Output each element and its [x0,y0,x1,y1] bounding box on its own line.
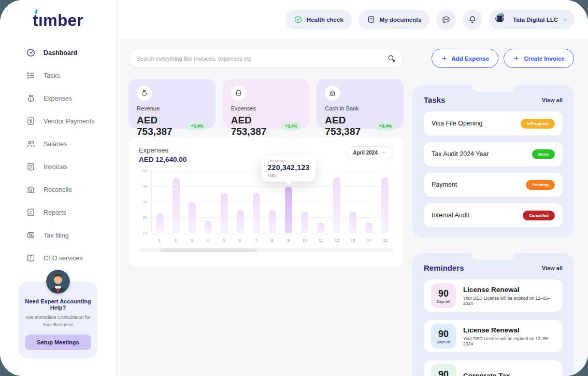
reminders-title: Reminders [424,263,464,272]
stat-delta-badge: +3.4% [376,122,395,130]
tooltip-label: This Month [267,159,309,163]
money-bag-icon [26,93,36,103]
chart-bar[interactable] [221,193,228,233]
chart-bar[interactable] [381,177,389,233]
bank-icon [26,185,36,194]
reminder-days-unit: Days left [437,300,450,303]
reminder-row[interactable]: 90 Days left Corporate Tax [424,360,563,376]
notifications-button[interactable] [463,10,482,30]
task-status-badge: Pending [526,180,555,190]
chart-scrollbar [139,248,393,252]
chart-bar[interactable] [253,193,260,233]
chart-bar[interactable] [156,213,164,233]
stat-card-expenses[interactable]: Expenses AED 753,387 +3.4% [223,79,310,129]
chat-bubble-icon [441,15,451,24]
chart-bar[interactable] [285,187,292,233]
task-row[interactable]: Payment Pending [424,173,563,197]
sidebar-item-label: Tasks [44,72,60,79]
sidebar: tımber Dashboard Tasks Expenses Vendor P… [0,0,117,376]
chart-bar[interactable] [365,222,372,233]
receipt-icon [231,86,246,101]
setup-meetings-button[interactable]: Setup Meetings [25,335,91,350]
my-documents-button[interactable]: My documents [358,10,430,30]
sidebar-item-invoices[interactable]: Invoices [26,158,116,176]
chevron-down-icon [382,150,386,155]
chart-scrollbar-thumb[interactable] [161,248,257,252]
create-invoice-button[interactable]: Create Invoice [504,49,574,68]
reminder-row[interactable]: 90 Days left License Renewal Your DED Li… [424,320,563,352]
chart-bar[interactable] [205,221,212,233]
search-input[interactable] [136,55,387,62]
tooltip-value: 220,342,123 [267,163,309,172]
sidebar-item-label: Reconcile [44,186,72,193]
add-expense-button[interactable]: Add Expense [432,49,499,68]
reminder-days-unit: Days left [437,340,450,344]
sidebar-item-label: Reports [44,209,66,216]
tasks-panel: Tasks View all Visa File Opening InProgr… [412,85,574,238]
sidebar-item-cfo-services[interactable]: CFO services [26,249,116,267]
sidebar-item-reports[interactable]: Reports [26,203,116,221]
sidebar-item-salaries[interactable]: Salaries [26,135,116,153]
dollar-receipt-icon [26,116,36,126]
task-row[interactable]: Visa File Opening InProgress [424,112,563,135]
chart-tooltip: This Month 220,342,123 May [261,156,315,182]
left-column: Revenue AED 753,387 +3.4% Expenses [128,79,404,267]
reminder-row[interactable]: 90 Days left License Renewal Your DED Li… [424,280,563,312]
sidebar-item-label: CFO services [44,255,83,262]
task-label: Internal Audit [432,212,469,219]
reminder-title: License Renewal [463,286,555,294]
task-row[interactable]: Tax Audit 2024 Year Done [424,142,563,166]
tax-percent-icon [26,230,36,240]
reminder-description: Your DED License will be expired on 12–0… [463,296,555,306]
task-row[interactable]: Internal Audit Cancelled [424,203,563,227]
reminders-view-all-link[interactable]: View all [542,265,563,271]
sidebar-item-tax-filing[interactable]: Tax filing [26,226,116,244]
reminder-days: 90 [438,369,449,376]
chart-bar[interactable] [237,210,244,233]
main-area: Health check My documents Tata Digital L [117,0,588,376]
reminder-days-box: 90 Days left [431,364,456,376]
sidebar-item-expenses[interactable]: Expenses [26,89,116,107]
task-status-badge: Cancelled [523,211,555,220]
stat-card-cash-in-bank[interactable]: Cash in Bank AED 753,387 +3.4% [317,79,404,129]
sidebar-item-label: Invoices [44,163,67,171]
consultant-avatar [46,270,70,294]
sidebar-item-vendor-payments[interactable]: Vendor Payments [26,112,116,130]
search-icon[interactable] [387,54,396,63]
chart-bar[interactable] [349,212,356,233]
check-circle-icon [294,15,303,24]
reminder-days: 90 [438,329,449,340]
stat-card-revenue[interactable]: Revenue AED 753,387 +3.4% [128,79,216,129]
company-selector[interactable]: Tata Digital LLC [489,10,575,30]
chevron-down-icon [562,17,568,23]
period-dropdown[interactable]: April 2024 [346,146,393,159]
chart-bar[interactable] [301,212,308,233]
chart-bar[interactable] [333,177,340,233]
stat-delta-badge: +3.4% [281,122,301,130]
bar-chart: 5K 4K 3K 2K 1K This Month [139,171,393,233]
stat-value: AED 753,387 [325,115,370,137]
chart-plot: This Month 220,342,123 May [151,171,393,233]
task-status-badge: InProgress [521,119,555,129]
chart-y-axis: 5K 4K 3K 2K 1K [139,171,151,233]
chart-bar[interactable] [317,222,324,233]
chat-button[interactable] [436,10,456,30]
document-icon [367,15,376,24]
reminders-panel: Reminders View all 90 Days left License … [412,253,574,376]
health-check-button[interactable]: Health check [285,10,352,30]
dashboard-content: Add Expense Create Invoice [117,39,588,376]
stats-row: Revenue AED 753,387 +3.4% Expenses [128,79,404,129]
sidebar-item-reconcile[interactable]: Reconcile [26,180,116,199]
page-background: tımber Dashboard Tasks Expenses Vendor P… [0,0,588,376]
people-icon [26,139,36,149]
search-bar [128,49,404,68]
sidebar-item-dashboard[interactable]: Dashboard [26,44,116,62]
tasks-list-icon [26,71,36,80]
sidebar-item-tasks[interactable]: Tasks [26,66,116,85]
chart-bar[interactable] [269,210,276,233]
tasks-view-all-link[interactable]: View all [542,97,563,103]
bank-icon [325,86,340,101]
chart-bar[interactable] [173,177,180,233]
chart-bar[interactable] [189,202,196,233]
task-label: Payment [432,181,457,188]
